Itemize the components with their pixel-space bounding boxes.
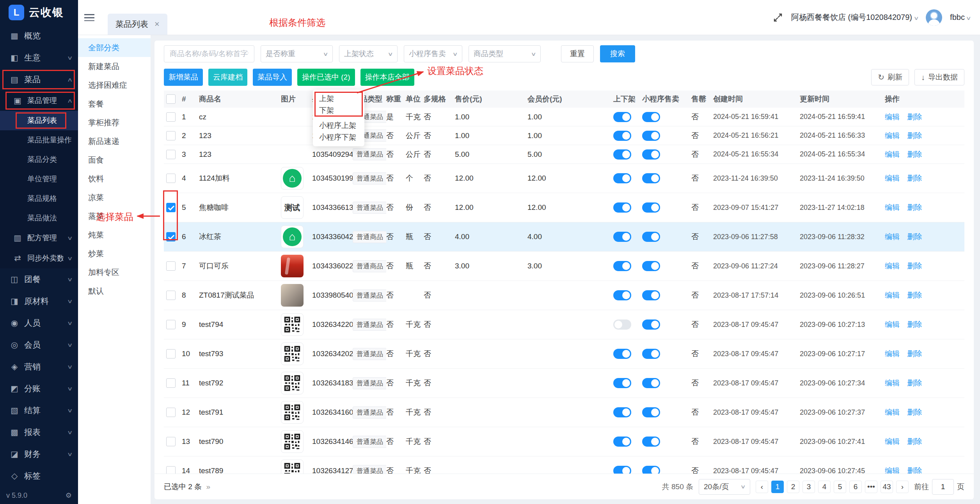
batch-all-button[interactable]: 操作本店全部 (360, 69, 414, 86)
row-checkbox[interactable] (166, 150, 176, 159)
mini-program-toggle[interactable] (642, 290, 660, 300)
shelf-toggle[interactable] (613, 378, 631, 388)
search-button[interactable]: 搜索 (600, 45, 635, 62)
refresh-button[interactable]: ↻ 刷新 (871, 69, 909, 85)
delete-link[interactable]: 删除 (907, 408, 922, 416)
search-input[interactable] (164, 45, 254, 62)
edit-link[interactable]: 编辑 (885, 320, 900, 328)
menu-item[interactable]: 菜品批量操作 (0, 130, 78, 150)
menu-item[interactable]: ▤ 菜品 ∧ (0, 69, 78, 91)
delete-link[interactable]: 删除 (907, 467, 922, 474)
mini-program-toggle[interactable] (642, 173, 660, 183)
mini-program-toggle[interactable] (642, 202, 660, 213)
shelf-toggle[interactable] (613, 202, 631, 213)
delete-link[interactable]: 删除 (907, 291, 922, 299)
shelf-status-filter-select[interactable]: 上架状态 ∨ (339, 45, 398, 62)
menu-item[interactable]: ◇ 标签 (0, 465, 78, 487)
category-item[interactable]: 新品速递 (78, 132, 151, 151)
edit-link[interactable]: 编辑 (885, 262, 900, 270)
page-item[interactable]: 4 (818, 481, 831, 493)
row-checkbox[interactable] (166, 232, 176, 241)
page-item[interactable]: 1 (771, 481, 784, 493)
row-checkbox[interactable] (166, 112, 176, 122)
dropdown-item[interactable]: 下架 (313, 105, 364, 116)
add-dish-button[interactable]: 新增菜品 (164, 69, 203, 86)
mini-program-toggle[interactable] (642, 232, 660, 242)
close-icon[interactable]: × (154, 19, 160, 29)
menu-item[interactable]: ▧ 结算 ∨ (0, 399, 78, 421)
row-checkbox[interactable] (166, 261, 176, 271)
row-checkbox[interactable] (166, 437, 176, 446)
page-item[interactable]: 5 (834, 481, 846, 493)
shelf-toggle[interactable] (613, 437, 631, 447)
import-dish-button[interactable]: 菜品导入 (253, 69, 292, 86)
shelf-toggle[interactable] (613, 261, 631, 271)
page-item[interactable]: 2 (787, 481, 799, 493)
row-checkbox[interactable] (166, 408, 176, 417)
edit-link[interactable]: 编辑 (885, 232, 900, 241)
shelf-toggle[interactable] (613, 112, 631, 122)
menu-item[interactable]: ◎ 会员 ∨ (0, 334, 78, 356)
page-item[interactable]: ‹ (756, 481, 768, 493)
delete-link[interactable]: 删除 (907, 174, 922, 182)
row-checkbox[interactable] (166, 174, 176, 183)
mini-program-toggle[interactable] (642, 378, 660, 388)
delete-link[interactable]: 删除 (907, 379, 922, 387)
mini-program-toggle[interactable] (642, 349, 660, 359)
shelf-toggle[interactable] (613, 131, 631, 141)
menu-item[interactable]: ◩ 分账 ∨ (0, 378, 78, 399)
shelf-toggle[interactable] (613, 349, 631, 359)
fullscreen-icon[interactable] (772, 12, 783, 23)
delete-link[interactable]: 删除 (907, 320, 922, 328)
mini-program-toggle[interactable] (642, 261, 660, 271)
weigh-filter-select[interactable]: 是否称重 ∨ (261, 45, 333, 62)
shelf-toggle[interactable] (613, 149, 631, 160)
edit-link[interactable]: 编辑 (885, 408, 900, 416)
edit-link[interactable]: 编辑 (885, 150, 900, 158)
dropdown-item[interactable]: 小程序上架 (313, 120, 364, 131)
page-item[interactable]: 6 (849, 481, 862, 493)
row-checkbox[interactable] (166, 320, 176, 329)
dropdown-item[interactable]: 小程序下架 (313, 131, 364, 143)
delete-link[interactable]: 删除 (907, 232, 922, 241)
page-size-select[interactable]: 20条/页 ∨ (699, 479, 750, 495)
product-type-filter-select[interactable]: 商品类型 ∨ (469, 45, 541, 62)
edit-link[interactable]: 编辑 (885, 467, 900, 474)
avatar[interactable] (926, 9, 942, 26)
menu-item[interactable]: 菜品分类 (0, 150, 78, 169)
category-item[interactable]: 凉菜 (78, 188, 151, 207)
row-checkbox[interactable] (166, 291, 176, 300)
row-checkbox[interactable] (166, 203, 176, 212)
delete-link[interactable]: 删除 (907, 437, 922, 445)
mini-program-toggle[interactable] (642, 149, 660, 160)
goto-page-input[interactable] (932, 479, 954, 495)
category-item[interactable]: 炒菜 (78, 244, 151, 263)
menu-item[interactable]: ◈ 营销 ∨ (0, 356, 78, 378)
delete-link[interactable]: 删除 (907, 150, 922, 158)
menu-item[interactable]: ◪ 财务 ∨ (0, 443, 78, 465)
shelf-toggle[interactable] (613, 319, 631, 330)
category-item[interactable]: 炖菜 (78, 225, 151, 244)
edit-link[interactable]: 编辑 (885, 203, 900, 211)
mini-program-filter-select[interactable]: 小程序售卖 ∨ (404, 45, 462, 62)
batch-selected-button[interactable]: 操作已选中 (2) (297, 69, 355, 86)
page-item[interactable]: 3 (802, 481, 815, 493)
shelf-toggle[interactable] (613, 466, 631, 474)
edit-link[interactable]: 编辑 (885, 291, 900, 299)
edit-link[interactable]: 编辑 (885, 174, 900, 182)
store-selector[interactable]: 阿杨西餐餐饮店 (编号1020842079) ∨ (791, 12, 918, 23)
delete-link[interactable]: 删除 (907, 350, 922, 358)
delete-link[interactable]: 删除 (907, 203, 922, 211)
menu-item[interactable]: ⇄ 同步外卖数据 ∨ (0, 248, 78, 268)
shelf-toggle[interactable] (613, 173, 631, 183)
category-item[interactable]: 全部分类 (78, 38, 151, 57)
category-item[interactable]: 饮料 (78, 169, 151, 188)
category-item[interactable]: 蒸菜 (78, 207, 151, 225)
select-all-checkbox[interactable] (166, 94, 176, 104)
menu-item[interactable]: ▦ 概览 (0, 25, 78, 47)
edit-link[interactable]: 编辑 (885, 350, 900, 358)
category-item[interactable]: 加料专区 (78, 263, 151, 282)
menu-item[interactable]: ▩ 报表 ∨ (0, 421, 78, 443)
edit-link[interactable]: 编辑 (885, 113, 900, 121)
menu-item[interactable]: ◉ 人员 ∨ (0, 312, 78, 334)
